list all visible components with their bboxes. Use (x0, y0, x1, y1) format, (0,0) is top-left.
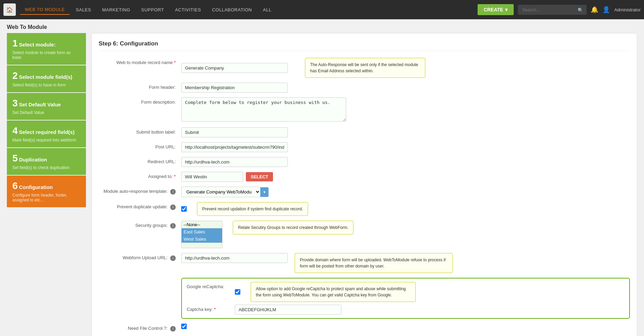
step-5-sub: Set field(s) to check duplication (12, 165, 80, 170)
user-avatar-icon[interactable]: 👤 (602, 6, 610, 13)
submit-btn-input[interactable] (181, 127, 288, 137)
prevent-duplicate-checkbox[interactable] (181, 206, 187, 212)
captcha-key-field (235, 305, 624, 315)
security-groups-info-icon[interactable]: i (170, 223, 176, 229)
webform-upload-row: Webform Upload URL: i Provide domain whe… (99, 253, 630, 273)
sidebar-step-3[interactable]: 3 Set Default Value Set Default Value (7, 93, 86, 120)
record-name-label: Web to module record name * (99, 58, 181, 65)
step-6-number: 6 (12, 180, 18, 191)
logo[interactable]: 🏠 (3, 3, 16, 16)
prevent-duplicate-row: Prevent duplicate update: i Prevent reco… (99, 202, 630, 216)
form-description-row: Form description: Complete form below to… (99, 97, 630, 123)
create-dropdown-icon[interactable]: ▾ (505, 7, 507, 12)
user-label: Administrator (614, 7, 641, 12)
record-name-row: Web to module record name * The Auto-Res… (99, 58, 630, 78)
nav-all[interactable]: ALL (258, 5, 276, 14)
submit-btn-row: Submit button label: (99, 127, 630, 137)
form-header-row: Form header: (99, 83, 630, 93)
sidebar-step-6[interactable]: 6 Configuration Configure form header, f… (7, 176, 86, 207)
step-2-sub: Select field(s) to have in form (12, 83, 80, 87)
topnav: 🏠 WEB TO MODULE SALES MARKETING SUPPORT … (0, 0, 644, 19)
webform-upload-label: Webform Upload URL: i (99, 253, 181, 261)
webform-upload-info-icon[interactable]: i (170, 255, 176, 261)
module-auto-row: Module auto-response template: i Generat… (99, 187, 630, 197)
step-3-sub: Set Default Value (12, 110, 80, 115)
notifications-icon[interactable]: 🔔 (591, 6, 598, 13)
google-recaptcha-tooltip: Allow option to add Google reCaptcha to … (251, 282, 416, 302)
form-header-input[interactable] (181, 83, 288, 93)
form-description-field: Complete form below to register your bus… (181, 97, 630, 123)
security-groups-select[interactable]: --None-- East Sales West Sales (181, 221, 222, 248)
content-area: Step 6: Configuration Web to module reco… (91, 33, 637, 336)
step-5-title: Duplication (19, 157, 47, 162)
post-url-input[interactable] (181, 142, 288, 152)
step-3-title: Set Default Value (19, 102, 61, 107)
sidebar-step-5[interactable]: 5 Duplication Set field(s) to check dupl… (7, 148, 86, 175)
sidebar: 1 Select module: Select module to create… (7, 33, 86, 336)
webform-upload-field: Provide domain where form will be upload… (181, 253, 630, 273)
nav-activities[interactable]: ACTIVITIES (170, 5, 206, 14)
post-url-field (181, 142, 630, 152)
security-groups-tooltip: Relate Secutiry Groups to record created… (233, 221, 353, 234)
captcha-key-input[interactable] (235, 305, 341, 315)
module-auto-dropdown-arrow[interactable]: ▾ (260, 187, 269, 197)
google-recaptcha-field: Allow option to add Google reCaptcha to … (235, 282, 624, 302)
need-file-control-row: Need File Control ?: i (99, 324, 630, 332)
post-url-label: Post URL: (99, 142, 181, 149)
step-6-sub: Configure form header, footer, assigned … (12, 193, 80, 202)
assigned-to-row: Assigned to: * SELECT (99, 172, 630, 182)
step-6-title: Configuration (19, 184, 53, 190)
sidebar-step-1[interactable]: 1 Select module: Select module to create… (7, 33, 86, 65)
step-1-sub: Select module to create form as base (12, 50, 80, 60)
google-recaptcha-checkbox[interactable] (235, 289, 240, 295)
step-3-number: 3 (12, 98, 18, 108)
sidebar-step-4[interactable]: 4 Select required field(s) Mark field(s)… (7, 120, 86, 147)
webform-upload-input[interactable] (181, 253, 288, 263)
step-5-number: 5 (12, 153, 18, 164)
module-auto-label: Module auto-response template: i (99, 187, 181, 195)
step-2-number: 2 (12, 70, 18, 81)
nav-sales[interactable]: SALES (71, 5, 96, 14)
webform-upload-tooltip: Provide domain where form will be upload… (295, 253, 453, 273)
main-layout: 1 Select module: Select module to create… (0, 33, 644, 336)
need-file-control-checkbox[interactable] (181, 324, 187, 329)
search-input[interactable] (518, 5, 587, 15)
form-header-label: Form header: (99, 83, 181, 90)
need-file-control-info-icon[interactable]: i (170, 326, 176, 332)
submit-btn-label: Submit button label: (99, 127, 181, 135)
form-description-label: Form description: (99, 97, 181, 105)
assigned-to-input[interactable] (181, 172, 243, 182)
need-file-control-label: Need File Control ?: i (99, 324, 181, 332)
google-recaptcha-row: Google reCaptcha: Allow option to add Go… (187, 282, 624, 302)
nav-support[interactable]: SUPPORT (137, 5, 169, 14)
google-recaptcha-label: Google reCaptcha: (187, 282, 235, 289)
module-auto-field: Generate Company WebToModule ▾ (181, 187, 630, 197)
module-auto-select[interactable]: Generate Company WebToModule (181, 187, 260, 197)
captcha-section: Google reCaptcha: Allow option to add Go… (181, 278, 630, 319)
select-button[interactable]: SELECT (246, 172, 273, 181)
submit-btn-field (181, 127, 630, 137)
step-1-title: Select module: (19, 42, 56, 48)
form-description-textarea[interactable]: Complete form below to register your bus… (181, 97, 346, 122)
nav-web-to-module[interactable]: WEB TO MODULE (20, 5, 70, 15)
step-1-number: 1 (12, 38, 18, 49)
assigned-to-field: SELECT (181, 172, 630, 182)
nav-marketing[interactable]: MARKETING (97, 5, 135, 14)
record-name-input[interactable] (181, 63, 288, 73)
step-4-number: 4 (12, 125, 18, 136)
step-4-title: Select required field(s) (19, 129, 75, 135)
redirect-url-field (181, 157, 630, 167)
prevent-duplicate-field: Prevent record updation if system find d… (181, 202, 630, 216)
form-header-field (181, 83, 630, 93)
nav-collaboration[interactable]: COLLABORATION (207, 5, 257, 14)
create-button[interactable]: CREATE ▾ (478, 4, 514, 15)
captcha-key-row: Captcha key: * (187, 305, 624, 315)
sidebar-step-2[interactable]: 2 Select module field(s) Select field(s)… (7, 65, 86, 92)
create-label: CREATE (484, 7, 503, 12)
redirect-url-input[interactable] (181, 157, 288, 167)
security-groups-label: Security groups: i (99, 221, 181, 229)
module-auto-info-icon[interactable]: i (170, 189, 176, 195)
auto-response-tooltip: The Auto-Response will be sent only if t… (305, 58, 425, 78)
prevent-dup-info-icon[interactable]: i (170, 204, 176, 210)
step-2-title: Select module field(s) (19, 74, 72, 80)
